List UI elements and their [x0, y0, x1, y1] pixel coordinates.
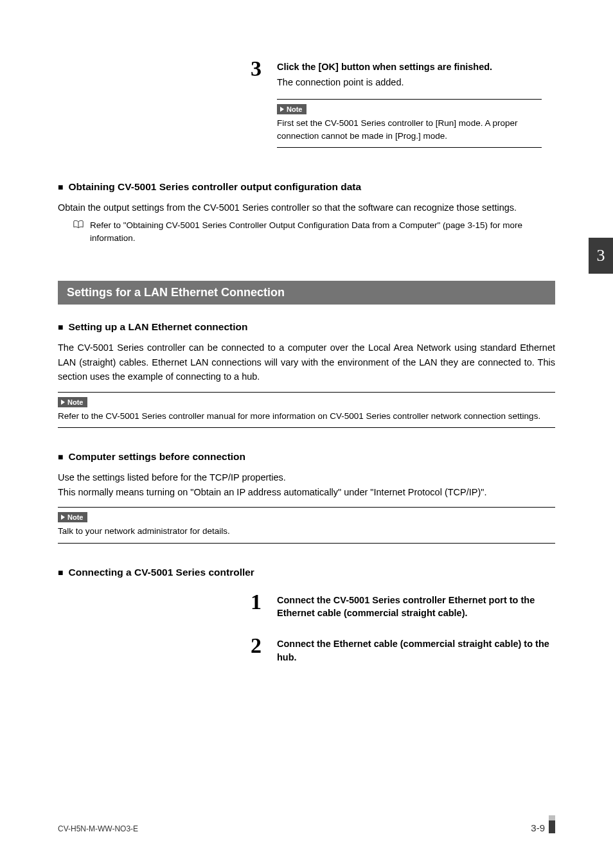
caret-right-icon [61, 400, 65, 405]
step-row: 2 Connect the Ethernet cable (commercial… [247, 635, 555, 666]
step-title: Connect the Ethernet cable (commercial s… [277, 637, 555, 664]
note-badge: Note [277, 104, 306, 114]
body-text: Use the settings listed before for the T… [58, 470, 555, 484]
note-text: Talk to your network administrator for d… [58, 525, 555, 538]
caret-right-icon [61, 515, 65, 520]
caret-right-icon [280, 107, 284, 112]
footer-right: 3-9 [531, 815, 555, 833]
subsection-computer-settings: ■ Computer settings before connection [58, 451, 555, 463]
note-text: Refer to the CV-5001 Series controller m… [58, 410, 555, 423]
footer-mark-icon [549, 815, 555, 833]
square-marker-icon: ■ [58, 182, 63, 192]
subsection-lan-setup: ■ Setting up a LAN Ethernet connection [58, 321, 555, 333]
book-icon [73, 220, 84, 229]
step-number: 1 [247, 591, 262, 613]
step-body: Connect the Ethernet cable (commercial s… [277, 635, 555, 666]
step-text: The connection point is added. [277, 76, 555, 90]
step-number: 3 [247, 58, 262, 80]
step-title: Click the [OK] button when settings are … [277, 60, 555, 73]
subsection-title: Setting up a LAN Ethernet connection [68, 321, 247, 333]
page-content: 3 Click the [OK] button when settings ar… [58, 58, 555, 666]
step-body: Click the [OK] button when settings are … [277, 58, 555, 148]
note-badge: Note [58, 512, 87, 522]
step-body: Connect the CV-5001 Series controller Et… [277, 591, 555, 623]
body-text: Obtain the output settings from the CV-5… [58, 200, 555, 215]
note-box: Note Talk to your network administrator … [58, 507, 555, 544]
square-marker-icon: ■ [58, 322, 63, 332]
reference-line: Refer to "Obtaining CV-5001 Series Contr… [58, 219, 555, 245]
body-text: This normally means turning on "Obtain a… [58, 485, 555, 499]
note-text: First set the CV-5001 Series controller … [277, 117, 542, 142]
note-label: Note [287, 105, 302, 113]
page-number: 3-9 [531, 822, 545, 833]
step-number: 2 [247, 635, 262, 657]
note-box: Note First set the CV-5001 Series contro… [277, 99, 542, 148]
step-row: 3 Click the [OK] button when settings ar… [247, 58, 555, 148]
page-footer: CV-H5N-M-WW-NO3-E 3-9 [58, 815, 555, 833]
subsection-title: Connecting a CV-5001 Series controller [68, 567, 254, 578]
subsection-title: Obtaining CV-5001 Series controller outp… [68, 181, 361, 193]
subsection-connecting: ■ Connecting a CV-5001 Series controller [58, 567, 555, 578]
note-badge: Note [58, 397, 87, 407]
step-row: 1 Connect the CV-5001 Series controller … [247, 591, 555, 623]
note-label: Note [67, 513, 83, 521]
step-title: Connect the CV-5001 Series controller Et… [277, 594, 555, 620]
subsection-obtaining: ■ Obtaining CV-5001 Series controller ou… [58, 181, 555, 193]
square-marker-icon: ■ [58, 567, 63, 578]
subsection-title: Computer settings before connection [68, 451, 245, 463]
chapter-tab: 3 [589, 238, 613, 274]
note-label: Note [67, 398, 83, 406]
document-id: CV-H5N-M-WW-NO3-E [58, 824, 138, 833]
step-3: 3 Click the [OK] button when settings ar… [247, 58, 555, 148]
square-marker-icon: ■ [58, 452, 63, 462]
step-2: 2 Connect the Ethernet cable (commercial… [247, 635, 555, 666]
section-heading: Settings for a LAN Ethernet Connection [58, 281, 555, 305]
note-box: Note Refer to the CV-5001 Series control… [58, 392, 555, 429]
reference-text: Refer to "Obtaining CV-5001 Series Contr… [90, 219, 555, 245]
body-text: The CV-5001 Series controller can be con… [58, 341, 555, 384]
step-1: 1 Connect the CV-5001 Series controller … [247, 591, 555, 623]
